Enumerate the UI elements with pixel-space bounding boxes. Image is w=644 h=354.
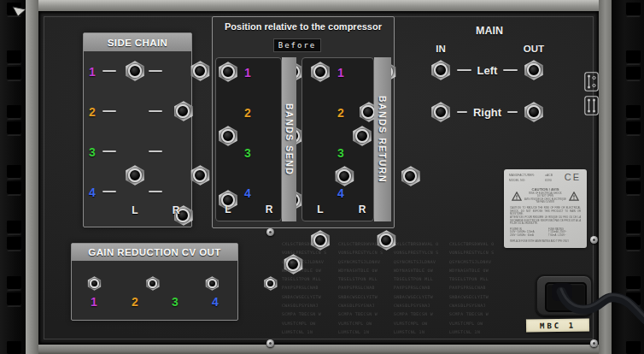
side-chain-band-2-number: 2	[84, 105, 101, 119]
gr-cv-jack-3[interactable]	[205, 276, 220, 291]
dash-line	[102, 70, 116, 72]
dash-line	[102, 191, 116, 192]
rack-hole	[7, 121, 21, 135]
main-out-left-jack[interactable]	[524, 60, 544, 80]
tape-label: MBC 1	[526, 318, 589, 332]
side-chain-band-3-number: 3	[84, 145, 101, 159]
dash-line	[457, 69, 471, 71]
bands-return-3-number: 3	[332, 146, 349, 160]
bands-return-strip: BANDS RETURN	[374, 57, 391, 221]
mbc-rear-panel-window: SIDE CHAIN 1 2 3 4 L R Position relative…	[0, 0, 644, 354]
panel-screw	[590, 339, 598, 347]
power-inlet	[536, 274, 593, 316]
bands-return-right-label: R	[354, 204, 371, 215]
bands-send-3-number: 3	[239, 146, 256, 160]
rack-hole	[626, 67, 641, 80]
dash-line	[503, 69, 518, 71]
unbalanced-wiring-icon	[584, 72, 599, 91]
bands-return-jack-1-l[interactable]	[310, 62, 331, 82]
bands-return-jack-3-r[interactable]	[401, 166, 421, 186]
rack-hole	[7, 50, 21, 64]
manufacturer-value: uACB	[545, 174, 553, 177]
ce-mark: CE	[565, 172, 581, 182]
side-chain-jack-3-l[interactable]	[125, 165, 145, 186]
gain-reduction-title: GAIN REDUCTION CV OUT	[88, 247, 220, 257]
position-before-button[interactable]: Before	[273, 38, 321, 52]
gr-cv-jack-1[interactable]	[87, 276, 102, 291]
bands-return-1-number: 1	[332, 66, 349, 80]
rack-hole	[7, 221, 21, 234]
model-label: MODEL NO:	[509, 179, 526, 182]
bands-return-jack-3-l[interactable]	[334, 166, 354, 186]
warning-triangle-icon	[569, 192, 579, 201]
rack-hole	[7, 237, 21, 251]
panel-screw	[590, 236, 598, 244]
bands-send-right-label: R	[261, 204, 278, 215]
bands-send-2-number: 2	[239, 106, 256, 120]
main-in-right-jack[interactable]	[430, 102, 451, 122]
chassis-top-edge	[26, 0, 612, 12]
main-out-right-jack[interactable]	[524, 102, 544, 122]
main-title: MAIN	[455, 25, 524, 37]
bands-send-4-number: 4	[239, 186, 256, 200]
gr-cv-jack-4[interactable]	[263, 276, 278, 291]
bands-send-jack-2-l[interactable]	[218, 126, 238, 146]
caution-sticker: MANUFACTURER: uACB MODEL NO: 6590 CAUTIO…	[504, 169, 587, 248]
gr-cv-jack-2[interactable]	[145, 276, 160, 291]
chassis-right-edge	[599, 0, 612, 354]
panel-screw	[266, 339, 274, 347]
side-chain-band-4-number: 4	[84, 186, 101, 199]
side-chain-jack-1-r[interactable]	[190, 61, 210, 81]
gr-cv-2-number: 2	[126, 295, 143, 309]
rack-hole	[7, 3, 21, 16]
rack-hole	[626, 165, 641, 179]
bands-send-1-number: 1	[239, 66, 256, 80]
side-chain-left-column-label: L	[126, 204, 143, 216]
side-chain-title: SIDE CHAIN	[108, 38, 167, 48]
dash-line	[457, 111, 467, 113]
bands-return-4-number: 4	[332, 186, 349, 200]
rack-hole	[626, 3, 641, 16]
caution-paragraph-en: CAUTION: TO REDUCE THE RISK OF FIRE OR E…	[510, 207, 581, 216]
gain-reduction-section: GAIN REDUCTION CV OUT 1 2 3 4	[71, 243, 238, 321]
balanced-wiring-icon	[584, 96, 599, 115]
position-section: Position relative to the compressor Befo…	[212, 16, 395, 228]
bands-send-box: 1 2 3 4 L R	[215, 57, 282, 221]
power-in-block: POWER IN 100V~ 50/60Hz 120mA 230V~ 50/60…	[510, 228, 535, 237]
panel-screw	[266, 228, 274, 236]
bands-return-box: 1 2 3 4 L R	[302, 57, 374, 221]
dash-line	[149, 70, 162, 72]
fuse-rating-block: FUSE RATING T 120mA L 250V~ T 60mA L 250…	[548, 228, 566, 237]
power-socket-tab	[559, 286, 571, 291]
main-in-left-jack[interactable]	[430, 60, 451, 80]
rack-hole	[7, 341, 21, 354]
rack-hole	[626, 341, 641, 354]
rack-rail-left	[0, 0, 26, 354]
tape-label-text: MBC 1	[540, 321, 576, 330]
side-chain-header: SIDE CHAIN	[84, 33, 191, 51]
main-out-label: OUT	[518, 44, 549, 54]
model-value: 6590	[545, 179, 552, 182]
rack-hole	[626, 292, 641, 306]
side-chain-right-column-label: R	[167, 204, 184, 216]
warning-triangle-icon	[512, 192, 522, 201]
fuse-note: REPLACE FUSE WITH SAME RATING AND TYPE O…	[510, 240, 569, 243]
dash-line	[149, 110, 162, 112]
bands-send-jack-1-l[interactable]	[218, 62, 238, 82]
bands-send-strip: BANDS SEND	[282, 57, 296, 221]
etched-text-column: CXLSCTBRSDWVAL O VONSLPRESTYLCN S QSYNCM…	[449, 240, 502, 337]
chassis-left-edge	[26, 0, 38, 354]
chassis-bottom-edge	[26, 345, 612, 354]
side-chain-jack-2-l[interactable]	[173, 101, 194, 121]
rack-hole	[7, 292, 21, 306]
dash-line	[102, 110, 116, 112]
side-chain-jack-1-l[interactable]	[125, 61, 145, 81]
etched-text-column: CXLSCTBRSDWVAL O VONSLPRESTYLCN S QSYNCM…	[394, 240, 447, 337]
rack-hole	[626, 181, 641, 195]
bands-return-jack-2-r[interactable]	[352, 126, 372, 146]
main-left-label: Left	[477, 64, 498, 77]
etched-text-column: CXLSCTBRSDWVAL O VONSLPRESTYLCN S QSYNCM…	[282, 240, 335, 337]
side-chain-jack-3-r[interactable]	[190, 165, 210, 186]
etched-text-column: CXLSCTBRSDWVAL O VONSLPRESTYLCN S QSYNCM…	[338, 240, 391, 337]
main-left-row: Left	[430, 60, 544, 80]
